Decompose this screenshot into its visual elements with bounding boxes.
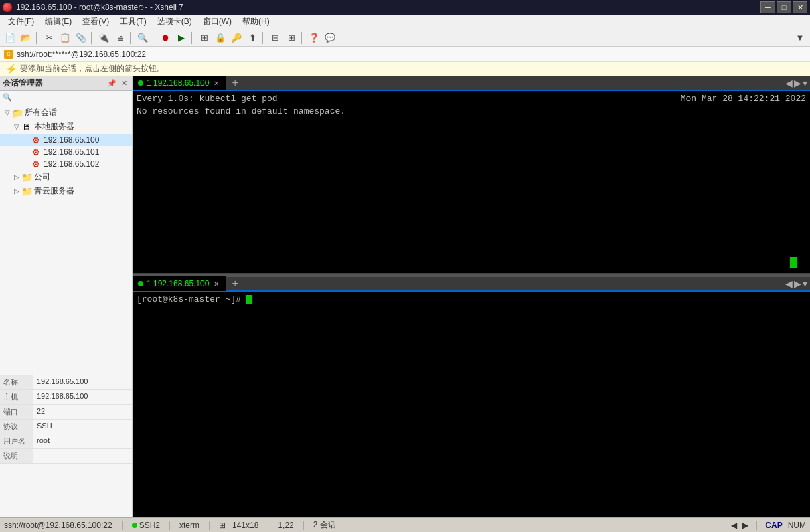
top-tab-add[interactable]: + bbox=[226, 77, 243, 89]
layout-button[interactable]: ⊟ bbox=[268, 31, 282, 45]
toolbar-separator-3 bbox=[130, 32, 133, 44]
minimize-button[interactable]: ─ bbox=[760, 1, 775, 13]
paste-button[interactable]: 📎 bbox=[74, 31, 88, 45]
bottom-tab-label: 1 192.168.65.100 bbox=[147, 279, 209, 288]
status-separator-4 bbox=[268, 521, 268, 530]
expand-icon: ▷ bbox=[12, 187, 21, 195]
top-tab-close[interactable]: ✕ bbox=[212, 79, 220, 88]
tab-nav-menu[interactable]: ▾ bbox=[803, 78, 807, 88]
close-button[interactable]: ✕ bbox=[793, 1, 807, 13]
tab-active-dot bbox=[138, 80, 143, 86]
sidebar-title: 会话管理器 bbox=[3, 78, 43, 89]
tab-nav-next-b[interactable]: ▶ bbox=[794, 278, 801, 289]
maximize-button[interactable]: □ bbox=[777, 1, 791, 13]
info-row-host: 主机 192.168.65.100 bbox=[0, 390, 132, 405]
menu-help[interactable]: 帮助(H) bbox=[237, 15, 275, 29]
search-button[interactable]: 🔍 bbox=[135, 31, 150, 45]
expand-icon bbox=[21, 137, 31, 144]
tab-nav-next[interactable]: ▶ bbox=[794, 78, 801, 88]
key-button[interactable]: 🔑 bbox=[229, 31, 244, 45]
main-area: 会话管理器 📌 ✕ 🔍 ▽ 📁 所有会话 ▽ 🖥 本地服务器 bbox=[0, 76, 810, 517]
info-key-port: 端口 bbox=[0, 405, 33, 419]
bottom-terminal-pane[interactable]: [root@k8s-master ~]# bbox=[133, 292, 810, 517]
bottom-tab-bar: 1 192.168.65.100 ✕ + ◀ ▶ ▾ bbox=[133, 277, 810, 292]
menu-window[interactable]: 窗口(W) bbox=[197, 15, 237, 29]
info-val-name: 192.168.65.100 bbox=[33, 375, 132, 389]
sidebar-search-icon: 🔍 bbox=[3, 93, 12, 102]
sidebar-pin-button[interactable]: 📌 bbox=[106, 78, 117, 89]
split-button[interactable]: ⊞ bbox=[284, 31, 299, 45]
status-separator-2 bbox=[169, 521, 170, 530]
tree-item-local-server[interactable]: ▽ 🖥 本地服务器 bbox=[0, 120, 132, 134]
menu-file[interactable]: 文件(F) bbox=[3, 15, 39, 29]
tab-nav-prev-b[interactable]: ◀ bbox=[785, 278, 793, 289]
tree-item-192-168-65-102[interactable]: ⚙ 192.168.65.102 bbox=[0, 158, 132, 170]
info-row-protocol: 协议 SSH bbox=[0, 420, 132, 434]
terminal-cursor bbox=[246, 295, 252, 304]
copy-button[interactable]: 📋 bbox=[58, 31, 72, 45]
tree-item-all-sessions[interactable]: ▽ 📁 所有会话 bbox=[0, 106, 132, 120]
toolbar-separator-2 bbox=[91, 32, 94, 44]
chat-button[interactable]: 💬 bbox=[323, 31, 337, 45]
expand-icon bbox=[21, 149, 31, 156]
expand-icon: ▽ bbox=[12, 123, 21, 130]
top-tab-label: 1 192.168.65.100 bbox=[147, 78, 209, 88]
status-nav-right[interactable]: ▶ bbox=[742, 521, 748, 530]
top-tab-bar: 1 192.168.65.100 ✕ + ◀ ▶ ▾ bbox=[133, 76, 810, 91]
help-button[interactable]: ❓ bbox=[307, 31, 321, 45]
menu-view[interactable]: 查看(V) bbox=[77, 15, 114, 29]
status-separator-6 bbox=[756, 521, 757, 530]
sidebar-close-button[interactable]: ✕ bbox=[118, 78, 129, 89]
window-title: 192.168.65.100 - root@k8s-master:~ - Xsh… bbox=[16, 3, 183, 12]
open-button[interactable]: 📂 bbox=[19, 31, 33, 45]
menu-tools[interactable]: 工具(T) bbox=[114, 15, 151, 29]
tab-nav-prev[interactable]: ◀ bbox=[785, 78, 793, 88]
info-key-name: 名称 bbox=[0, 375, 33, 389]
menu-tab[interactable]: 选项卡(B) bbox=[152, 15, 197, 29]
top-tab-1[interactable]: 1 192.168.65.100 ✕ bbox=[133, 76, 226, 90]
upload-button[interactable]: ⬆ bbox=[245, 31, 260, 45]
bottom-tab-1[interactable]: 1 192.168.65.100 ✕ bbox=[133, 276, 226, 291]
cut-button[interactable]: ✂ bbox=[42, 31, 56, 45]
new-file-button[interactable]: 📄 bbox=[3, 31, 17, 45]
tree-label: 192.168.65.100 bbox=[44, 135, 99, 145]
transfer-button[interactable]: ▶ bbox=[174, 31, 189, 45]
tree-label: 192.168.65.101 bbox=[44, 147, 99, 157]
info-key-protocol: 协议 bbox=[0, 420, 33, 434]
expand-icon: ▽ bbox=[3, 109, 12, 116]
lock-button[interactable]: 🔒 bbox=[213, 31, 228, 45]
tree-item-company[interactable]: ▷ 📁 公司 bbox=[0, 170, 132, 184]
tree-item-192-168-65-101[interactable]: ⚙ 192.168.65.101 bbox=[0, 146, 132, 158]
connect-button[interactable]: 🔌 bbox=[96, 31, 111, 45]
info-val-port: 22 bbox=[33, 405, 132, 419]
tree-label: 所有会话 bbox=[25, 107, 57, 118]
status-nav-left[interactable]: ◀ bbox=[731, 521, 737, 530]
tree-label: 青云服务器 bbox=[34, 185, 74, 197]
connect2-button[interactable]: 🖥 bbox=[112, 31, 127, 45]
status-num-text: NUM bbox=[788, 521, 806, 530]
expand-button[interactable]: ⊞ bbox=[197, 31, 212, 45]
tab-nav-menu-b[interactable]: ▾ bbox=[803, 278, 807, 289]
info-icon: ⚡ bbox=[5, 64, 17, 74]
infobar-text: 要添加当前会话，点击左侧的箭头按钮。 bbox=[20, 63, 165, 74]
record-button[interactable]: ⏺ bbox=[158, 31, 173, 45]
bottom-tab-add[interactable]: + bbox=[226, 278, 243, 290]
status-size-text: 141x18 bbox=[232, 521, 258, 530]
tree-item-cloud-server[interactable]: ▷ 📁 青云服务器 bbox=[0, 184, 132, 198]
sidebar: 会话管理器 📌 ✕ 🔍 ▽ 📁 所有会话 ▽ 🖥 本地服务器 bbox=[0, 76, 133, 517]
more-button[interactable]: ▼ bbox=[793, 31, 807, 45]
window-controls: ─ □ ✕ bbox=[760, 1, 807, 13]
folder-icon: 📁 bbox=[12, 108, 23, 118]
status-ssh-text: SSH2 bbox=[139, 521, 160, 530]
menu-edit[interactable]: 编辑(E) bbox=[39, 15, 77, 29]
top-terminal-pane[interactable]: Every 1.0s: kubectl get pod Mon Mar 28 1… bbox=[133, 91, 810, 274]
top-tab-nav: ◀ ▶ ▾ bbox=[785, 78, 810, 88]
session-info-panel: 名称 192.168.65.100 主机 192.168.65.100 端口 2… bbox=[0, 375, 132, 517]
status-size-icon: ⊞ bbox=[219, 521, 226, 530]
toolbar: 📄 📂 ✂ 📋 📎 🔌 🖥 🔍 ⏺ ▶ ⊞ 🔒 🔑 ⬆ ⊟ ⊞ ❓ 💬 ▼ bbox=[0, 29, 810, 47]
folder-icon: 📁 bbox=[21, 187, 32, 196]
bottom-tab-close[interactable]: ✕ bbox=[212, 280, 220, 288]
tree-item-192-168-65-100[interactable]: ⚙ 192.168.65.100 bbox=[0, 134, 132, 146]
terminal-bottom: 1 192.168.65.100 ✕ + ◀ ▶ ▾ [root@k8s-mas… bbox=[133, 277, 810, 517]
terminal-top: 1 192.168.65.100 ✕ + ◀ ▶ ▾ Every 1.0s: k… bbox=[133, 76, 810, 274]
